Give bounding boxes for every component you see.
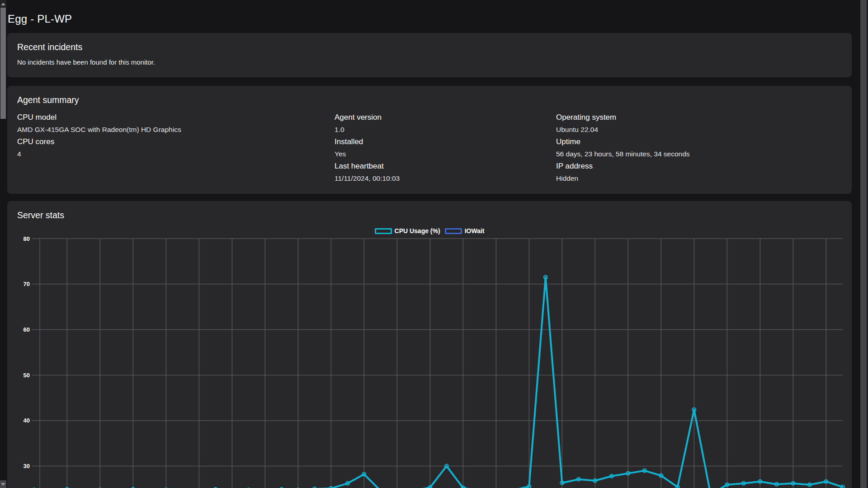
field-value: 4: [17, 148, 335, 160]
field-label: CPU model: [17, 111, 335, 123]
y-axis-tick-label: 30: [24, 463, 30, 469]
field-label: Agent version: [335, 111, 556, 123]
field-label: Last heartbeat: [335, 160, 556, 172]
y-axis-tick-label: 70: [24, 281, 30, 287]
legend-label: CPU Usage (%): [395, 227, 440, 235]
page-title: Egg - PL-WP: [8, 13, 72, 25]
field-label: Installed: [335, 136, 556, 148]
monitor-detail-page: { "window": { "title": "Egg - PL-WP" }, …: [0, 0, 868, 488]
legend-item-iowait[interactable]: IOWait: [445, 227, 485, 235]
field-value: AMD GX-415GA SOC with Radeon(tm) HD Grap…: [17, 123, 335, 136]
agent-summary-card: Agent summary CPU model AMD GX-415GA SOC…: [7, 86, 852, 194]
legend-label: IOWait: [465, 227, 485, 235]
recent-incidents-title: Recent incidents: [17, 42, 842, 52]
field-label: CPU cores: [17, 136, 335, 148]
agent-field-operating-system: Operating system Ubuntu 22.04: [556, 111, 842, 136]
agent-summary-column-1: CPU model AMD GX-415GA SOC with Radeon(t…: [17, 111, 335, 184]
agent-field-uptime: Uptime 56 days, 23 hours, 58 minutes, 34…: [556, 136, 842, 160]
agent-field-installed: Installed Yes: [335, 136, 556, 160]
y-axis-tick-label: 80: [24, 235, 30, 242]
chart-legend: CPU Usage (%) IOWait: [7, 227, 852, 235]
scrollbar-thumb[interactable]: [0, 8, 6, 119]
field-value: Ubuntu 22.04: [556, 123, 842, 136]
field-value: Yes: [335, 148, 556, 160]
field-value: Hidden: [556, 172, 842, 184]
agent-summary-column-2: Agent version 1.0 Installed Yes Last hea…: [335, 111, 556, 184]
series-line-0: [34, 277, 843, 488]
field-value: 11/11/2024, 00:10:03: [335, 172, 556, 184]
scroll-down-icon: [1, 483, 5, 486]
field-value: 56 days, 23 hours, 58 minutes, 34 second…: [556, 148, 842, 160]
y-axis-tick-label: 60: [24, 326, 30, 333]
agent-summary-grid: CPU model AMD GX-415GA SOC with Radeon(t…: [17, 111, 842, 184]
agent-field-cpu-model: CPU model AMD GX-415GA SOC with Radeon(t…: [17, 111, 335, 136]
field-value: 1.0: [335, 123, 556, 136]
agent-field-last-heartbeat: Last heartbeat 11/11/2024, 00:10:03: [335, 160, 556, 184]
legend-item-cpu-usage[interactable]: CPU Usage (%): [375, 227, 440, 235]
field-label: IP address: [556, 160, 842, 172]
agent-field-agent-version: Agent version 1.0: [335, 111, 556, 136]
field-label: Operating system: [556, 111, 842, 123]
agent-field-cpu-cores: CPU cores 4: [17, 136, 335, 160]
scroll-up-icon: [1, 3, 5, 5]
server-stats-title: Server stats: [17, 210, 64, 221]
scrollbar-up-button[interactable]: [0, 0, 6, 8]
no-incidents-message: No incidents have been found for this mo…: [17, 58, 842, 66]
field-label: Uptime: [556, 136, 842, 148]
cpu-usage-swatch-icon: [375, 228, 392, 234]
y-axis-tick-label: 50: [24, 372, 30, 379]
recent-incidents-card: Recent incidents No incidents have been …: [7, 33, 852, 77]
y-axis-tick-label: 40: [24, 417, 30, 424]
server-stats-card: Server stats CPU Usage (%) IOWait 807060…: [7, 201, 852, 488]
vertical-scrollbar[interactable]: [860, 0, 867, 488]
scrollbar-down-button[interactable]: [0, 480, 6, 488]
server-stats-chart[interactable]: 807060504030: [7, 235, 852, 488]
agent-summary-title: Agent summary: [17, 95, 842, 105]
agent-field-ip-address: IP address Hidden: [556, 160, 842, 184]
iowait-swatch-icon: [445, 228, 462, 234]
agent-summary-column-3: Operating system Ubuntu 22.04 Uptime 56 …: [556, 111, 842, 184]
